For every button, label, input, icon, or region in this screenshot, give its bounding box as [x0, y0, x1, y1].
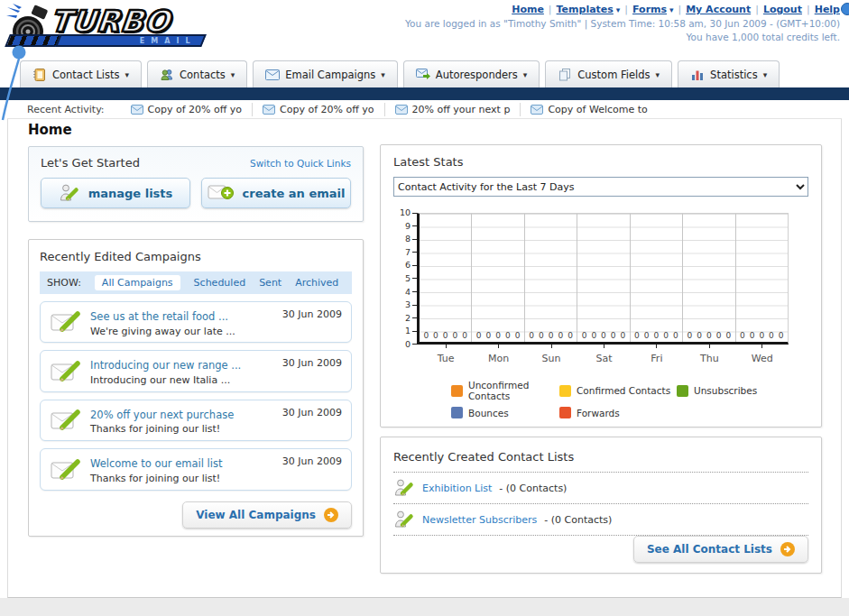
tab-contact-lists[interactable]: Contact Lists▾ [20, 60, 142, 87]
main-tab-bar: Contact Lists▾Contacts▾Email Campaigns▾A… [0, 58, 849, 87]
campaigns-panel: Recently Edited Campaigns SHOW: All Camp… [28, 239, 364, 537]
filter-all-campaigns[interactable]: All Campaigns [95, 275, 180, 290]
data-point-label: 0 [486, 331, 492, 340]
filter-sent[interactable]: Sent [259, 277, 281, 289]
legend-swatch [451, 407, 463, 418]
help-balloon-icon[interactable] [841, 3, 849, 15]
campaign-title-link[interactable]: See us at the retail food ... [90, 310, 228, 323]
get-started-buttons: manage listscreate an email [41, 178, 351, 208]
nav-separator: | [624, 4, 628, 15]
create-an-email-button[interactable]: create an email [201, 178, 351, 208]
x-tick-mark [709, 345, 710, 348]
show-label: SHOW: [47, 277, 81, 289]
envelope-icon [265, 69, 280, 80]
legend-label: Unsubscribes [694, 385, 757, 396]
get-started-title: Let's Get Started [41, 156, 140, 170]
campaign-date: 30 Jun 2009 [282, 308, 342, 320]
campaign-subtitle: Introducing our new Italia ... [90, 374, 282, 388]
chart-day-group: 00000 [736, 214, 788, 342]
see-all-contact-lists-label: See All Contact Lists [647, 543, 772, 556]
legend-label: Confirmed Contacts [577, 385, 670, 396]
x-tick: Tue [420, 345, 472, 365]
chevron-down-icon: ▾ [614, 5, 620, 14]
campaign-row[interactable]: 20% off your next purchaseThanks for joi… [40, 400, 352, 441]
recent-activity-item[interactable]: Copy of 20% off yo [121, 103, 253, 116]
legend-label: Forwards [577, 408, 620, 418]
tab-label: Autoresponders [436, 69, 518, 81]
autoresponder-icon [416, 69, 430, 80]
data-point-label: 0 [621, 331, 626, 340]
person-pencil-icon [393, 509, 415, 530]
legend-item: Unsubscribes [677, 380, 808, 401]
campaign-title-link[interactable]: Welcome to our email list [90, 457, 222, 470]
x-tick: Wed [736, 345, 789, 365]
chevron-down-icon: ▾ [656, 70, 660, 79]
campaign-row[interactable]: Welcome to our email listThanks for join… [40, 448, 352, 490]
stats-dropdown[interactable]: Contact Activity for the Last 7 Days [393, 177, 808, 197]
campaigns-title: Recently Edited Campaigns [40, 250, 352, 263]
chart-day-group: 00000 [631, 214, 683, 342]
data-point-label: 0 [601, 331, 606, 340]
data-point-label: 0 [644, 331, 650, 340]
envelope-plus-icon [208, 183, 235, 203]
contact-list-link[interactable]: Newsletter Subscribers [422, 514, 537, 526]
data-point-label: 0 [697, 331, 702, 340]
get-started-panel: Let's Get Started Switch to Quick Links … [28, 146, 364, 222]
x-tick-mark [604, 345, 604, 348]
top-nav-link-forms[interactable]: Forms [632, 4, 667, 15]
chart-day-group: 00000 [472, 214, 524, 342]
top-nav-link-my-account[interactable]: My Account [686, 4, 751, 15]
bottom-gray-strip [0, 598, 849, 616]
data-point-label: 0 [759, 331, 764, 340]
x-tick-mark [761, 345, 762, 348]
recent-activity-item[interactable]: Copy of Welcome to [520, 103, 657, 116]
x-tick-label: Fri [651, 353, 662, 364]
tab-contacts[interactable]: Contacts▾ [147, 60, 247, 87]
view-all-campaigns-label: View All Campaigns [196, 509, 316, 521]
tab-email-campaigns[interactable]: Email Campaigns▾ [253, 60, 398, 87]
chevron-down-icon: ▾ [231, 70, 235, 79]
campaign-title-link[interactable]: 20% off your next purchase [90, 409, 234, 421]
tab-statistics[interactable]: Statistics▾ [678, 60, 780, 87]
envelope-pencil-icon [50, 359, 82, 384]
top-nav-link-home[interactable]: Home [512, 4, 544, 15]
top-nav-link-templates[interactable]: Templates [557, 4, 614, 15]
tab-label: Email Campaigns [285, 69, 375, 81]
tab-autoresponders[interactable]: Autoresponders▾ [403, 60, 540, 87]
button-label: create an email [243, 187, 346, 200]
tab-label: Contact Lists [52, 69, 120, 81]
top-nav-link-logout[interactable]: Logout [763, 4, 802, 15]
envelope-pencil-icon [50, 457, 82, 483]
campaign-title-link[interactable]: Introducing our new range ... [90, 359, 241, 372]
chart-day-group: 00000 [683, 214, 735, 342]
contact-list-row[interactable]: Exhibition List- (0 Contacts) [393, 473, 808, 504]
latest-stats-panel: Latest Stats Contact Activity for the La… [380, 144, 822, 428]
filter-scheduled[interactable]: Scheduled [194, 277, 246, 289]
campaign-row[interactable]: See us at the retail food ...We're givin… [40, 301, 352, 343]
data-point-label: 0 [423, 331, 429, 340]
x-tick-mark [446, 345, 447, 348]
tab-custom-fields[interactable]: Custom Fields▾ [545, 60, 672, 87]
contact-list-items: Exhibition List- (0 Contacts)Newsletter … [393, 473, 808, 536]
contact-lists-title-row: Recently Created Contact Lists [393, 447, 808, 473]
activity-item-label: Copy of 20% off yo [280, 104, 374, 115]
switch-to-quick-links[interactable]: Switch to Quick Links [250, 158, 351, 169]
view-all-campaigns-button[interactable]: View All Campaigns [182, 501, 352, 529]
recent-activity-item[interactable]: 20% off your next p [384, 103, 521, 116]
legend-swatch [559, 385, 571, 397]
data-point-label: 0 [634, 331, 640, 340]
data-point-label: 0 [568, 331, 573, 340]
button-label: manage lists [88, 187, 173, 200]
campaign-row[interactable]: Introducing our new range ...Introducing… [40, 350, 352, 391]
campaign-subtitle: Thanks for joining our list! [90, 423, 282, 437]
contact-list-link[interactable]: Exhibition List [422, 483, 492, 494]
top-nav-link-help[interactable]: Help [815, 4, 840, 15]
see-all-contact-lists-button[interactable]: See All Contact Lists [633, 536, 808, 563]
chart-plot: 00000000000000000000000000000000000 [417, 213, 789, 345]
login-status-text: You are logged in as "Timothy Smith" | S… [405, 18, 840, 29]
manage-lists-button[interactable]: manage lists [41, 178, 190, 208]
x-tick-label: Sat [595, 353, 612, 364]
filter-archived[interactable]: Archived [295, 277, 338, 289]
recent-activity-item[interactable]: Copy of 20% off yo [252, 103, 384, 116]
contact-list-row[interactable]: Newsletter Subscribers- (0 Contacts) [393, 504, 808, 536]
